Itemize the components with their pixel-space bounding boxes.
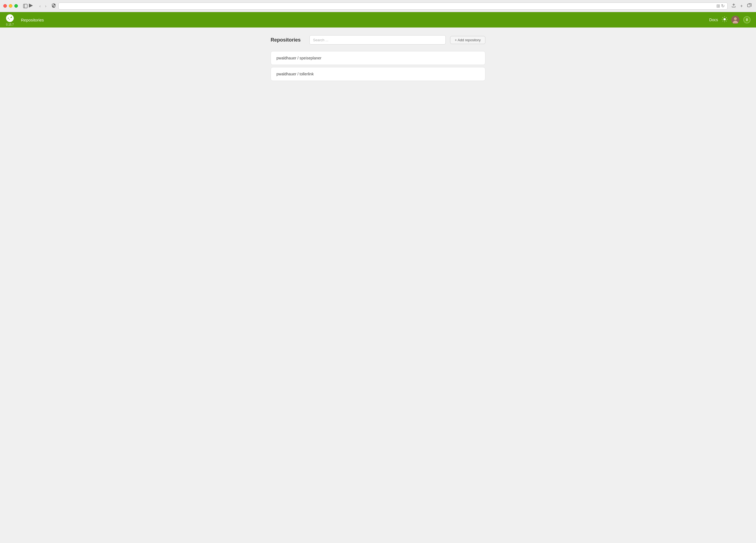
avatar[interactable] [731,16,739,24]
notification-badge[interactable]: 0 [743,16,750,23]
list-item[interactable]: pwaldhauer / speiseplaner [271,51,485,65]
page-title: Repositories [271,37,301,43]
windows-button[interactable] [746,3,753,9]
app-title: Repositories [21,18,705,22]
app-logo[interactable]: 0.15.7 [6,14,14,26]
browser-navigation: ‹ › [38,3,48,9]
app-header-right: Docs 0 [709,16,750,24]
translate-icon: ⊞ [716,3,720,9]
browser-right-controls: + [730,3,753,9]
url-input[interactable] [61,4,714,8]
address-bar[interactable]: ⊞ ↻ [58,2,727,10]
add-repository-button[interactable]: + Add repository [450,36,485,44]
back-button[interactable]: ‹ [38,3,42,9]
svg-line-12 [726,17,727,17]
shield-icon [52,3,56,9]
browser-chrome: ‹ › ⊞ ↻ + [0,0,756,12]
main-content: Repositories + Add repository pwaldhauer… [0,28,756,543]
close-button[interactable] [3,4,7,8]
svg-point-5 [724,18,726,20]
list-item[interactable]: pwaldhauer / tollerlink [271,67,485,81]
svg-marker-2 [29,4,33,7]
svg-rect-3 [747,4,750,7]
svg-line-10 [723,17,723,17]
svg-line-13 [723,21,723,21]
sidebar-toggle[interactable] [23,4,34,9]
search-input[interactable] [309,35,446,45]
docs-link[interactable]: Docs [709,18,718,22]
page-header: Repositories + Add repository [271,35,485,45]
logo-icon [6,14,14,23]
avatar-image [731,16,739,24]
svg-line-11 [726,21,727,21]
app-header: 0.15.7 Repositories Docs [0,12,756,28]
svg-point-4 [9,16,11,17]
app-version: 0.15.7 [6,23,14,26]
maximize-button[interactable] [14,4,18,8]
svg-rect-0 [23,4,27,8]
minimize-button[interactable] [9,4,12,8]
address-bar-icons: ⊞ ↻ [716,3,725,9]
new-tab-button[interactable]: + [739,3,744,9]
theme-toggle[interactable] [722,17,727,23]
refresh-icon[interactable]: ↻ [721,3,725,9]
content-container: Repositories + Add repository pwaldhauer… [265,35,491,81]
share-button[interactable] [730,3,737,9]
traffic-lights [3,4,18,8]
svg-point-15 [734,17,737,20]
forward-button[interactable]: › [43,3,48,9]
repository-list: pwaldhauer / speiseplanerpwaldhauer / to… [271,51,485,81]
search-box [309,35,446,45]
